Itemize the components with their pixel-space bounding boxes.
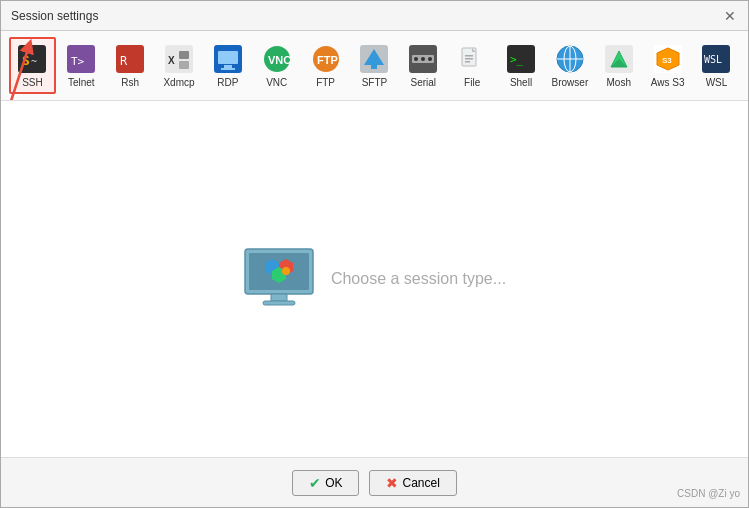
session-label-sftp: SFTP bbox=[362, 77, 388, 88]
monitor-illustration bbox=[243, 247, 315, 311]
session-label-file: File bbox=[464, 77, 480, 88]
session-label-rsh: Rsh bbox=[121, 77, 139, 88]
telnet-icon: T> bbox=[65, 43, 97, 75]
svg-rect-16 bbox=[221, 68, 235, 70]
session-icon-shell[interactable]: >_ Shell bbox=[498, 37, 545, 94]
svg-rect-50 bbox=[271, 294, 287, 301]
session-icon-vnc[interactable]: VNC VNC bbox=[253, 37, 300, 94]
mosh-icon bbox=[603, 43, 635, 75]
session-label-xdmcp: Xdmcp bbox=[163, 77, 194, 88]
cancel-icon: ✖ bbox=[386, 475, 398, 491]
session-icons-bar: S ~ SSH T> Telnet R bbox=[1, 31, 748, 101]
svg-rect-32 bbox=[465, 58, 473, 60]
svg-rect-11 bbox=[179, 51, 189, 59]
session-label-rdp: RDP bbox=[217, 77, 238, 88]
ssh-icon: S ~ bbox=[16, 43, 48, 75]
title-bar: Session settings ✕ bbox=[1, 1, 748, 31]
svg-point-55 bbox=[282, 267, 290, 275]
svg-text:S3: S3 bbox=[662, 56, 672, 65]
ftp-icon: FTP bbox=[310, 43, 342, 75]
session-icon-serial[interactable]: Serial bbox=[400, 37, 447, 94]
session-icon-sftp[interactable]: SFTP bbox=[351, 37, 398, 94]
svg-text:R: R bbox=[120, 54, 128, 68]
session-label-ssh: SSH bbox=[22, 77, 43, 88]
wsl-icon: WSL bbox=[700, 43, 732, 75]
svg-text:WSL: WSL bbox=[704, 54, 722, 65]
session-label-serial: Serial bbox=[411, 77, 437, 88]
cancel-button[interactable]: ✖ Cancel bbox=[369, 470, 456, 496]
choose-session-text: Choose a session type... bbox=[331, 270, 506, 288]
svg-rect-23 bbox=[371, 63, 377, 69]
sftp-icon bbox=[358, 43, 390, 75]
svg-rect-31 bbox=[465, 55, 473, 57]
session-icon-browser[interactable]: Browser bbox=[546, 37, 593, 94]
shell-icon: >_ bbox=[505, 43, 537, 75]
svg-text:S: S bbox=[22, 53, 30, 68]
session-icon-ssh[interactable]: S ~ SSH bbox=[9, 37, 56, 94]
ok-button[interactable]: ✔ OK bbox=[292, 470, 359, 496]
vnc-icon: VNC bbox=[261, 43, 293, 75]
session-label-telnet: Telnet bbox=[68, 77, 95, 88]
ok-label: OK bbox=[325, 476, 342, 490]
session-label-ftp: FTP bbox=[316, 77, 335, 88]
cancel-label: Cancel bbox=[402, 476, 439, 490]
session-icon-file[interactable]: File bbox=[449, 37, 496, 94]
xdmcp-icon: X bbox=[163, 43, 195, 75]
svg-rect-14 bbox=[218, 51, 238, 64]
session-icon-xdmcp[interactable]: X Xdmcp bbox=[156, 37, 203, 94]
file-icon bbox=[456, 43, 488, 75]
rdp-icon bbox=[212, 43, 244, 75]
session-label-shell: Shell bbox=[510, 77, 532, 88]
dialog-title: Session settings bbox=[11, 9, 98, 23]
watermark: CSDN @Zi yo bbox=[677, 488, 740, 499]
svg-text:T>: T> bbox=[71, 55, 85, 68]
svg-rect-15 bbox=[224, 65, 232, 68]
svg-point-28 bbox=[428, 57, 432, 61]
session-icon-ftp[interactable]: FTP FTP bbox=[302, 37, 349, 94]
session-icon-mosh[interactable]: Mosh bbox=[595, 37, 642, 94]
svg-text:X: X bbox=[168, 55, 175, 66]
dialog: Session settings ✕ S ~ SSH bbox=[0, 0, 749, 508]
dialog-footer: ✔ OK ✖ Cancel bbox=[1, 457, 748, 507]
session-label-browser: Browser bbox=[552, 77, 589, 88]
svg-text:>_: >_ bbox=[510, 53, 524, 66]
serial-icon bbox=[407, 43, 439, 75]
main-content: Choose a session type... bbox=[1, 101, 748, 457]
session-label-vnc: VNC bbox=[266, 77, 287, 88]
choose-session-panel: Choose a session type... bbox=[243, 247, 506, 311]
close-button[interactable]: ✕ bbox=[722, 8, 738, 24]
svg-text:FTP: FTP bbox=[317, 54, 338, 66]
svg-rect-33 bbox=[465, 61, 470, 63]
session-icon-rsh[interactable]: R Rsh bbox=[107, 37, 154, 94]
session-icon-telnet[interactable]: T> Telnet bbox=[58, 37, 105, 94]
svg-point-27 bbox=[421, 57, 425, 61]
svg-text:VNC: VNC bbox=[268, 54, 291, 66]
svg-text:~: ~ bbox=[31, 56, 37, 67]
session-icon-rdp[interactable]: RDP bbox=[204, 37, 251, 94]
svg-rect-51 bbox=[263, 301, 295, 305]
session-label-wsl: WSL bbox=[706, 77, 728, 88]
session-icon-wsl[interactable]: WSL WSL bbox=[693, 37, 740, 94]
browser-icon bbox=[554, 43, 586, 75]
ok-icon: ✔ bbox=[309, 475, 321, 491]
session-icon-aws-s3[interactable]: S3 Aws S3 bbox=[644, 37, 691, 94]
svg-point-26 bbox=[414, 57, 418, 61]
session-label-mosh: Mosh bbox=[607, 77, 631, 88]
aws-s3-icon: S3 bbox=[652, 43, 684, 75]
session-label-aws-s3: Aws S3 bbox=[651, 77, 685, 88]
rsh-icon: R bbox=[114, 43, 146, 75]
svg-rect-12 bbox=[179, 61, 189, 69]
